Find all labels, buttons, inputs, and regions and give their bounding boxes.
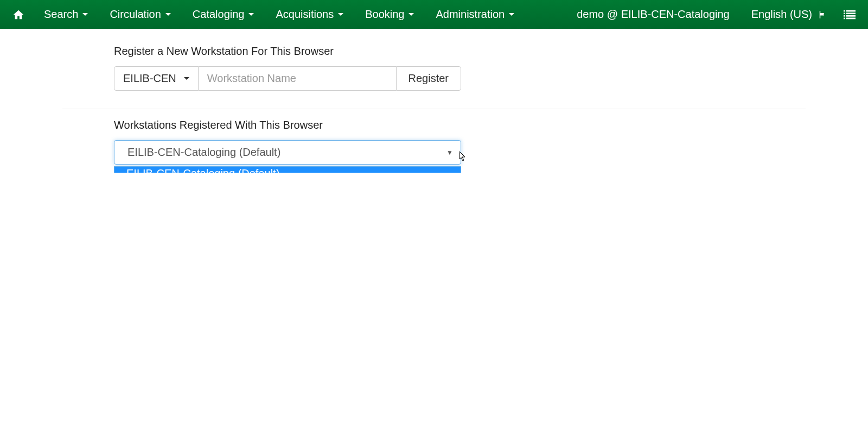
svg-rect-1 bbox=[846, 10, 856, 11]
home-icon bbox=[12, 9, 24, 21]
caret-down-icon bbox=[409, 13, 414, 16]
flag-icon bbox=[818, 10, 827, 20]
user-status[interactable]: demo @ EILIB-CEN-Cataloging bbox=[566, 0, 746, 29]
home-link[interactable] bbox=[8, 2, 33, 27]
nav-acquisitions[interactable]: Acquisitions bbox=[265, 0, 354, 29]
svg-rect-6 bbox=[844, 17, 845, 19]
caret-down-icon bbox=[165, 13, 171, 16]
register-section: Register a New Workstation For This Brow… bbox=[62, 29, 806, 99]
org-selected-label: EILIB-CEN bbox=[123, 72, 176, 85]
nav-search-label: Search bbox=[44, 8, 78, 21]
svg-rect-0 bbox=[844, 10, 845, 11]
top-navbar: Search Circulation Cataloging Acquisitio… bbox=[0, 0, 868, 29]
nav-cataloging-label: Cataloging bbox=[193, 8, 245, 21]
workstation-option-0[interactable]: EILIB-CEN-Cataloging (Default) bbox=[114, 167, 461, 173]
main-container: Register a New Workstation For This Brow… bbox=[54, 29, 814, 173]
workstation-select[interactable]: EILIB-CEN-Cataloging (Default) ▼ bbox=[114, 140, 461, 165]
workstation-dropdown: EILIB-CEN-Cataloging (Default) EILIB-CEN… bbox=[114, 166, 461, 173]
svg-rect-4 bbox=[844, 15, 845, 16]
org-select-button[interactable]: EILIB-CEN bbox=[114, 66, 199, 91]
nav-acquisitions-label: Acquisitions bbox=[276, 8, 334, 21]
select-arrow-icon: ▼ bbox=[446, 149, 453, 156]
nav-booking[interactable]: Booking bbox=[354, 0, 425, 29]
caret-down-icon bbox=[248, 13, 254, 16]
language-label: English (US) bbox=[751, 8, 812, 21]
svg-rect-7 bbox=[846, 17, 856, 19]
nav-administration-label: Administration bbox=[436, 8, 505, 21]
registered-section: Workstations Registered With This Browse… bbox=[62, 109, 806, 173]
caret-down-icon bbox=[184, 77, 189, 80]
nav-circulation-label: Circulation bbox=[110, 8, 161, 21]
register-title: Register a New Workstation For This Brow… bbox=[114, 45, 754, 58]
user-status-label: demo @ EILIB-CEN-Cataloging bbox=[577, 8, 730, 21]
language-selector[interactable]: English (US) bbox=[746, 0, 833, 29]
svg-rect-3 bbox=[846, 12, 856, 14]
workstation-selected-label: EILIB-CEN-Cataloging (Default) bbox=[127, 146, 280, 158]
caret-down-icon bbox=[338, 13, 343, 16]
caret-down-icon bbox=[82, 13, 88, 16]
nav-booking-label: Booking bbox=[365, 8, 404, 21]
navbar-left: Search Circulation Cataloging Acquisitio… bbox=[8, 0, 525, 29]
svg-rect-2 bbox=[844, 12, 845, 14]
navbar-right: demo @ EILIB-CEN-Cataloging English (US) bbox=[566, 0, 860, 29]
menu-list-icon bbox=[844, 9, 856, 20]
workstation-name-input[interactable] bbox=[199, 66, 396, 91]
nav-administration[interactable]: Administration bbox=[425, 0, 525, 29]
nav-cataloging[interactable]: Cataloging bbox=[182, 0, 265, 29]
caret-down-icon bbox=[509, 13, 514, 16]
register-button[interactable]: Register bbox=[396, 66, 461, 91]
workstation-select-wrap: EILIB-CEN-Cataloging (Default) ▼ EILIB-C… bbox=[114, 140, 461, 165]
svg-rect-5 bbox=[846, 15, 856, 16]
registered-title: Workstations Registered With This Browse… bbox=[114, 119, 754, 131]
nav-circulation[interactable]: Circulation bbox=[99, 0, 181, 29]
menu-button[interactable] bbox=[833, 3, 860, 27]
register-input-group: EILIB-CEN Register bbox=[114, 66, 461, 91]
nav-search[interactable]: Search bbox=[33, 0, 99, 29]
